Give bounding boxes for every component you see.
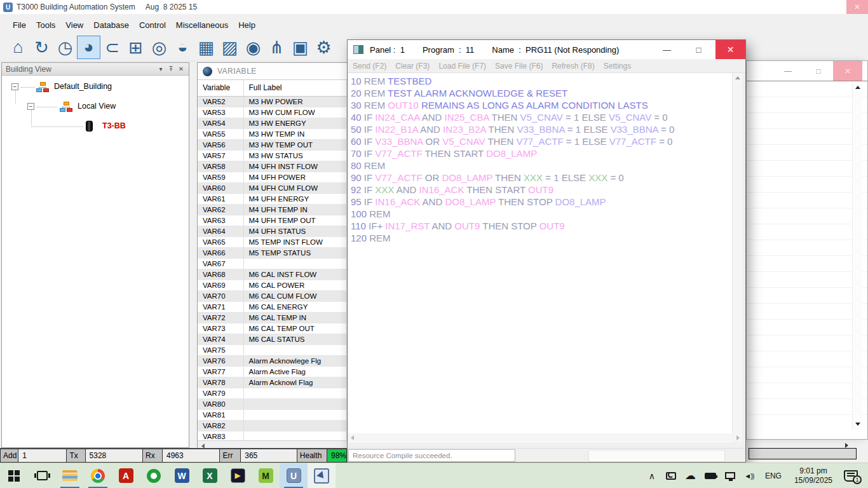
scroll-down-button[interactable] [855, 423, 860, 426]
tree-item-local-view[interactable]: −Local View [2, 100, 189, 113]
program-tool-settings[interactable]: Settings [604, 62, 631, 71]
table-row[interactable]: VAR62M4 UFH TEMP IN [198, 204, 347, 215]
table-row[interactable]: VAR61M4 UFH ENERGY [198, 193, 347, 204]
close-button[interactable]: ✕ [715, 40, 745, 59]
toolbar-network-tree-icon[interactable]: ⋔ [265, 36, 288, 59]
toolbar-monitor-icon[interactable]: ▣ [288, 36, 312, 59]
taskbar-m-app-icon[interactable]: M [252, 463, 280, 488]
taskbar-excel-icon[interactable]: X [196, 463, 224, 488]
program-tool-refresh-f8-[interactable]: Refresh (F8) [552, 62, 594, 71]
program-tool-save-file-f6-[interactable]: Save File (F6) [495, 62, 543, 71]
table-row[interactable]: VAR76Alarm Acknowlege Flg [198, 355, 347, 366]
table-row[interactable]: VAR63M4 UFH TEMP OUT [198, 215, 347, 226]
taskbar-start-button[interactable] [0, 463, 28, 488]
scroll-left-button[interactable] [351, 435, 354, 440]
table-row[interactable]: VAR69M6 CAL POWER [198, 280, 347, 290]
cast-icon[interactable] [666, 472, 676, 480]
program-hscrollbar[interactable] [348, 433, 742, 442]
toolbar-dial-icon[interactable]: ◕ [77, 36, 100, 59]
table-row[interactable]: VAR82 [198, 420, 347, 431]
table-row[interactable]: VAR65M5 TEMP INST FLOW [198, 236, 347, 247]
toolbar-down-circle-icon[interactable]: ◒ [171, 36, 194, 59]
table-row[interactable]: VAR73M6 CAL TEMP OUT [198, 323, 347, 334]
toolbar-plug-icon[interactable]: ⊂ [100, 36, 124, 59]
taskbar-t3000-icon[interactable]: U [280, 463, 308, 488]
main-close-button[interactable]: ✕ [846, 0, 868, 14]
battery-icon[interactable] [705, 473, 716, 479]
scroll-right-button[interactable] [845, 443, 848, 448]
table-row[interactable]: VAR56M3 HW TEMP OUT [198, 139, 347, 150]
tree-expander[interactable]: − [11, 83, 18, 90]
language-indicator[interactable]: ENG [765, 471, 782, 480]
table-row[interactable]: VAR60M4 UFH CUM FLOW [198, 182, 347, 193]
toolbar-folder-sync-icon[interactable]: ⊞ [124, 36, 147, 59]
toolbar-schedule-clock-icon[interactable]: ◷ [53, 36, 77, 59]
toolbar-trend-chart-icon[interactable]: ▨ [218, 36, 241, 59]
tree-expander[interactable]: − [27, 103, 34, 110]
taskbar-media-player-icon[interactable]: ▶ [224, 463, 252, 488]
table-row[interactable]: VAR77Alarm Active Flag [198, 366, 347, 377]
menu-item-tools[interactable]: Tools [31, 18, 60, 32]
table-row[interactable]: VAR74M6 CAL STATUS [198, 334, 347, 344]
table-row[interactable]: VAR80 [198, 398, 347, 409]
toolbar-settings-gear-icon[interactable]: ⚙ [312, 36, 336, 59]
tray-expand-icon[interactable]: ∧ [647, 471, 657, 481]
code-editor[interactable]: 10 REM TESTBED20 REM TEST ALARM ACKNOWLE… [348, 73, 733, 442]
menu-item-miscellaneous[interactable]: Miscellaneous [171, 18, 233, 32]
network-icon[interactable] [725, 472, 735, 479]
maximize-button[interactable]: □ [809, 61, 828, 81]
taskbar-program-editor-icon[interactable] [308, 463, 336, 488]
toolbar-alarm-bell-icon[interactable]: ◉ [241, 36, 265, 59]
table-row[interactable]: VAR81 [198, 409, 347, 420]
menu-item-database[interactable]: Database [88, 18, 134, 32]
minimize-button[interactable]: — [778, 61, 797, 81]
column-header-variable[interactable]: Variable [198, 80, 243, 96]
scroll-right-button[interactable] [736, 435, 740, 440]
program-window-titlebar[interactable]: Panel : 1 Program : 11 Name : PRG11 (Not… [348, 40, 745, 59]
pin-icon[interactable]: Ŧ [166, 65, 176, 74]
table-row[interactable]: VAR75 [198, 344, 347, 355]
close-panel-icon[interactable]: ✕ [176, 65, 186, 74]
minimize-button[interactable]: — [652, 40, 682, 59]
table-row[interactable]: VAR57M3 HW STATUS [198, 150, 347, 161]
notification-icon[interactable]: 1 [844, 470, 858, 482]
collapse-icon[interactable]: ▾ [156, 65, 166, 74]
toolbar-home-icon[interactable]: ⌂ [6, 36, 30, 59]
taskbar-task-view-button[interactable] [28, 463, 56, 488]
table-row[interactable]: VAR54M3 HW ENERGY [198, 118, 347, 128]
table-row[interactable]: VAR67 [198, 258, 347, 269]
close-button[interactable]: ✕ [833, 61, 862, 81]
menu-item-control[interactable]: Control [134, 18, 171, 32]
table-row[interactable]: VAR68M6 CAL INST FLOW [198, 269, 347, 280]
taskbar-chrome-icon[interactable] [84, 463, 112, 488]
background-vscrollbar[interactable] [852, 82, 862, 430]
clock[interactable]: 9:01 pm 15/09/2025 [794, 466, 832, 485]
table-row[interactable]: VAR71M6 CAL ENERGY [198, 301, 347, 312]
table-row[interactable]: VAR72M6 CAL TEMP IN [198, 312, 347, 323]
toolbar-pump-icon[interactable]: ◎ [147, 36, 171, 59]
program-tool-clear-f3-[interactable]: Clear (F3) [395, 62, 430, 71]
volume-icon[interactable]: ◄)) [744, 472, 754, 480]
program-vscrollbar[interactable] [732, 73, 742, 442]
taskbar-word-icon[interactable]: W [168, 463, 196, 488]
table-row[interactable]: VAR64M4 UFH STATUS [198, 226, 347, 236]
table-row[interactable]: VAR53M3 HW CUM FLOW [198, 107, 347, 118]
table-row[interactable]: VAR59M4 UFH POWER [198, 172, 347, 182]
toolbar-calendar-icon[interactable]: ▦ [194, 36, 218, 59]
program-tool-send-f2-[interactable]: Send (F2) [353, 62, 386, 71]
table-row[interactable]: VAR55M3 HW TEMP IN [198, 128, 347, 139]
tree-item-t3-bb[interactable]: T3-BB [2, 120, 189, 133]
table-row[interactable]: VAR79 [198, 388, 347, 398]
menu-item-view[interactable]: View [60, 18, 88, 32]
column-header-full-label[interactable]: Full Label [243, 80, 347, 96]
menu-item-help[interactable]: Help [233, 18, 261, 32]
scroll-up-button[interactable] [735, 76, 740, 79]
tree-item-default-building[interactable]: −Default_Building [2, 81, 189, 93]
taskbar-green-app-icon[interactable] [140, 463, 168, 488]
table-row[interactable]: VAR78Alarm Acknowl Flag [198, 377, 347, 388]
program-tool-load-file-f7-[interactable]: Load File (F7) [438, 62, 486, 71]
taskbar-acrobat-icon[interactable]: A [112, 463, 140, 488]
table-row[interactable]: VAR70M6 CAL CUM FLOW [198, 290, 347, 301]
table-row[interactable]: VAR58M4 UFH INST FLOW [198, 161, 347, 172]
scroll-up-button[interactable] [855, 86, 860, 89]
